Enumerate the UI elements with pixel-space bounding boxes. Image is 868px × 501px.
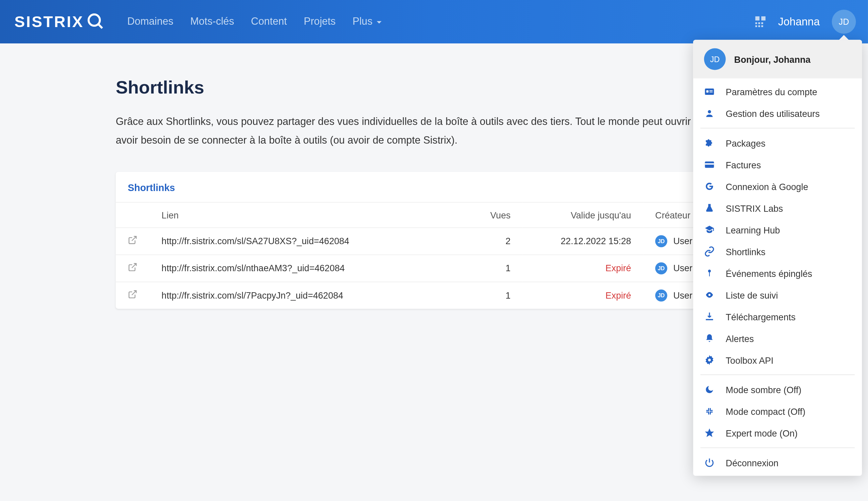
eye-icon: [704, 290, 715, 300]
moon-icon: [704, 384, 715, 395]
svg-rect-4: [755, 22, 757, 24]
header: SISTRIX Domaines Mots-clés Content Proje…: [0, 0, 868, 43]
svg-rect-9: [761, 25, 763, 27]
avatar[interactable]: JD: [832, 10, 856, 34]
dropdown-item-label: Événements épinglés: [726, 268, 812, 279]
svg-rect-8: [758, 25, 760, 27]
dropdown-item-label: Toolbox API: [726, 355, 773, 365]
dropdown-item-label: SISTRIX Labs: [726, 203, 783, 213]
dropdown-item-label: Shortlinks: [726, 246, 766, 257]
external-link-icon[interactable]: [128, 291, 138, 301]
dropdown-item-id-card[interactable]: Paramètres du compte: [693, 81, 862, 103]
svg-rect-16: [709, 92, 713, 92]
user-dropdown: JD Bonjour, Johanna Paramètres du compte…: [693, 40, 862, 476]
link-cell[interactable]: http://fr.sistrix.com/sl/SA27U8XS?_uid=4…: [150, 227, 468, 255]
dropdown-item-link[interactable]: Shortlinks: [693, 241, 862, 262]
dropdown-item-label: Expert mode (On): [726, 428, 798, 438]
link-icon: [704, 246, 715, 257]
compress-icon: [704, 406, 715, 416]
creator-name: User: [673, 236, 692, 246]
dropdown-item-power[interactable]: Déconnexion: [693, 451, 862, 473]
dropdown-item-card[interactable]: Factures: [693, 154, 862, 175]
creator-avatar: JD: [655, 235, 668, 247]
dropdown-item-flask[interactable]: SISTRIX Labs: [693, 197, 862, 219]
dropdown-item-gear[interactable]: Toolbox API: [693, 349, 862, 371]
svg-point-0: [89, 14, 100, 26]
dropdown-divider: [701, 128, 855, 129]
svg-rect-15: [709, 90, 713, 91]
search-icon: [86, 12, 106, 31]
table-row: http://fr.sistrix.com/sl/nthaeAM3?_uid=4…: [116, 255, 758, 282]
svg-point-25: [708, 359, 711, 361]
dropdown-item-moon[interactable]: Mode sombre (Off): [693, 379, 862, 401]
svg-rect-19: [705, 163, 714, 165]
dropdown-item-pin[interactable]: Événements épinglés: [693, 262, 862, 284]
dropdown-item-label: Déconnexion: [726, 457, 779, 468]
user-icon: [704, 108, 715, 119]
creator-name: User: [673, 290, 692, 301]
dropdown-item-label: Gestion des utilisateurs: [726, 108, 820, 119]
external-link-icon[interactable]: [128, 236, 138, 247]
dropdown-item-user[interactable]: Gestion des utilisateurs: [693, 103, 862, 124]
svg-rect-14: [706, 90, 709, 93]
svg-point-20: [708, 269, 711, 272]
nav-plus[interactable]: Plus: [352, 16, 382, 28]
col-link: Lien: [150, 202, 468, 228]
dropdown-item-google[interactable]: Connexion à Google: [693, 175, 862, 197]
star-icon: [704, 427, 715, 438]
dropdown-item-compress[interactable]: Mode compact (Off): [693, 401, 862, 422]
dropdown-item-star[interactable]: Expert mode (On): [693, 422, 862, 444]
svg-point-17: [708, 110, 711, 114]
card-icon: [704, 159, 715, 170]
gear-icon: [704, 355, 715, 365]
id-card-icon: [704, 86, 715, 97]
svg-rect-6: [761, 22, 763, 24]
dropdown-item-eye[interactable]: Liste de suivi: [693, 284, 862, 306]
page-title: Shortlinks: [116, 77, 758, 97]
flask-icon: [704, 203, 715, 213]
creator-avatar: JD: [655, 262, 668, 274]
username: Johanna: [778, 15, 820, 28]
dropdown-avatar: JD: [704, 48, 726, 70]
dropdown-item-label: Alertes: [726, 333, 754, 344]
creator-name: User: [673, 263, 692, 274]
svg-rect-3: [761, 17, 766, 21]
dropdown-item-label: Mode compact (Off): [726, 406, 805, 416]
power-icon: [704, 457, 715, 468]
views-cell: 1: [468, 282, 522, 309]
nav-mots-cles[interactable]: Mots-clés: [190, 16, 234, 28]
dropdown-header: JD Bonjour, Johanna: [693, 40, 862, 78]
dropdown-item-grad[interactable]: Learning Hub: [693, 219, 862, 241]
dropdown-item-label: Factures: [726, 160, 761, 170]
download-icon: [704, 311, 715, 322]
page-description: Grâce aux Shortlinks, vous pouvez partag…: [116, 112, 758, 150]
valid-cell: Expiré: [522, 255, 643, 282]
puzzle-icon: [704, 138, 715, 148]
dropdown-divider: [701, 448, 855, 448]
main-content: Shortlinks Grâce aux Shortlinks, vous po…: [116, 43, 758, 309]
svg-line-11: [132, 264, 136, 268]
external-link-icon[interactable]: [128, 264, 138, 274]
link-cell[interactable]: http://fr.sistrix.com/sl/7PacpyJn?_uid=4…: [150, 282, 468, 309]
valid-cell: Expiré: [522, 282, 643, 309]
valid-cell: 22.12.2022 15:28: [522, 227, 643, 255]
shortlinks-table: Lien Vues Valide jusqu'au Créateur http:…: [116, 202, 758, 309]
dropdown-item-puzzle[interactable]: Packages: [693, 132, 862, 154]
dropdown-item-label: Paramètres du compte: [726, 86, 817, 97]
chevron-down-icon: [376, 19, 382, 25]
link-cell[interactable]: http://fr.sistrix.com/sl/nthaeAM3?_uid=4…: [150, 255, 468, 282]
dropdown-item-label: Téléchargements: [726, 312, 795, 322]
col-views: Vues: [468, 202, 522, 228]
dropdown-greeting: Bonjour, Johanna: [734, 54, 811, 64]
dropdown-item-label: Learning Hub: [726, 225, 780, 235]
svg-rect-2: [755, 17, 759, 21]
svg-point-22: [708, 294, 710, 296]
nav-projets[interactable]: Projets: [304, 16, 336, 28]
nav-domaines[interactable]: Domaines: [127, 16, 173, 28]
logo[interactable]: SISTRIX: [14, 12, 106, 31]
nav-content[interactable]: Content: [251, 16, 287, 28]
dropdown-item-download[interactable]: Téléchargements: [693, 306, 862, 327]
google-icon: [704, 181, 715, 192]
apps-icon[interactable]: [755, 17, 766, 27]
dropdown-item-bell[interactable]: Alertes: [693, 327, 862, 349]
